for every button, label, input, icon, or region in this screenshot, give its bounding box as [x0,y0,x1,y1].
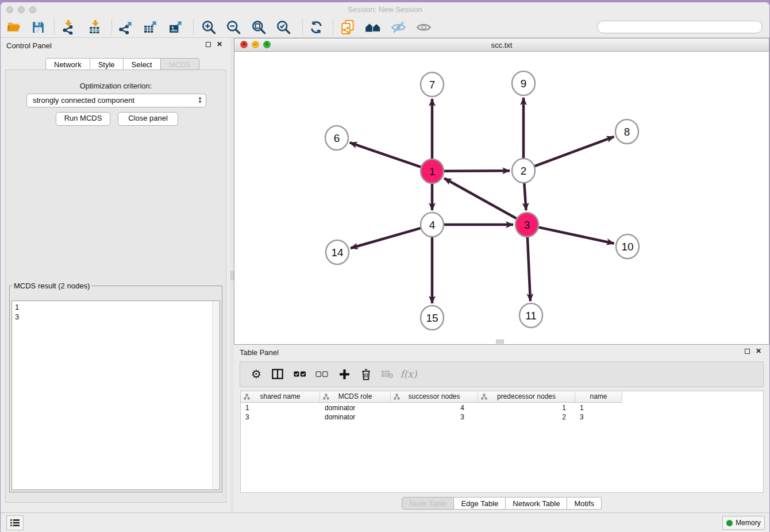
export-table-icon[interactable] [143,19,159,35]
tab-style[interactable]: Style [90,58,124,70]
float-table-panel-icon[interactable] [745,349,750,354]
tab-node-table[interactable]: Node Table [402,497,455,510]
graph-node-2[interactable]: 2 [512,159,535,183]
graph-edge-2-8[interactable] [535,137,614,166]
svg-text:11: 11 [525,310,537,322]
table-cell[interactable]: 2 [478,413,575,422]
graph-node-15[interactable]: 15 [421,306,444,330]
close-panel-button[interactable]: Close panel [118,112,178,126]
column-header-successor-nodes[interactable]: successor nodes [391,391,478,402]
table-cell[interactable]: 4 [391,403,478,413]
mcds-result-values: 1 3 [15,302,220,322]
graph-edge-1-2[interactable] [444,171,510,171]
toggle-panel-icon[interactable] [270,367,285,381]
table-cell[interactable]: dominator [320,413,391,422]
add-column-icon[interactable] [337,367,352,381]
deselect-all-columns-icon[interactable] [314,367,329,381]
graph-edge-4-14[interactable] [351,228,421,248]
criterion-select[interactable]: strongly connected component ▲▼ [26,94,206,107]
table-cell[interactable]: 1 [478,403,575,413]
table-cell[interactable]: 1 [241,403,320,413]
toolbar-separator [54,20,55,34]
svg-text:10: 10 [621,241,633,253]
first-neighbors-icon[interactable] [365,19,381,35]
table-row[interactable]: 1dominator411 [241,403,622,413]
main-toolbar [1,17,769,38]
tab-network-table[interactable]: Network Table [506,497,567,510]
float-panel-icon[interactable] [206,42,211,47]
graph-node-8[interactable]: 8 [615,119,638,144]
save-session-icon[interactable] [30,19,46,35]
tab-network[interactable]: Network [45,58,90,70]
search-input[interactable] [597,21,763,33]
graph-node-6[interactable]: 6 [325,126,348,150]
export-network-icon[interactable] [118,19,134,35]
column-header-shared-name[interactable]: shared name [241,391,320,402]
tab-motifs[interactable]: Motifs [567,497,602,510]
result-scrollbar[interactable] [212,301,220,489]
run-mcds-button[interactable]: Run MCDS [56,112,110,126]
node-table[interactable]: shared nameMCDS rolesuccessor nodesprede… [240,391,764,493]
tab-edge-table[interactable]: Edge Table [454,497,506,510]
network-window-titlebar[interactable]: ✕ − + scc.txt [234,38,769,52]
tab-select[interactable]: Select [124,58,161,70]
svg-text:4: 4 [429,219,436,231]
function-builder-icon: f(x) [401,367,416,381]
graph-edge-3-1[interactable] [444,178,517,218]
table-cell[interactable]: 3 [575,413,622,422]
zoom-selected-icon[interactable] [275,19,291,35]
mcds-result-group: MCDS result (2 nodes) 1 3 [9,282,222,492]
table-cell[interactable]: 1 [575,403,622,413]
graph-node-7[interactable]: 7 [421,72,444,97]
graph-edge-3-11[interactable] [528,237,530,301]
column-header-predecessor-nodes[interactable]: predecessor nodes [478,391,575,402]
memory-label: Memory [736,519,760,527]
table-cell[interactable]: dominator [320,403,391,413]
column-header-MCDS-role[interactable]: MCDS role [320,391,391,402]
control-panel-tabs: NetworkStyleSelectMCDS [45,58,199,70]
task-history-button[interactable] [6,515,24,530]
hide-selection-icon[interactable] [390,19,406,35]
delete-columns-icon[interactable] [359,367,374,381]
mcds-result-list[interactable]: 1 3 [11,300,220,490]
table-cell[interactable]: 3 [241,413,320,422]
select-all-columns-icon[interactable] [292,367,307,381]
import-table-icon[interactable] [87,19,103,35]
graph-node-9[interactable]: 9 [512,71,535,95]
graph-node-11[interactable]: 11 [519,303,542,327]
import-network-icon[interactable] [60,19,76,35]
close-panel-icon[interactable]: ✕ [217,40,222,48]
window-title: Session: New Session [1,5,769,14]
memory-button[interactable]: Memory [722,516,765,530]
table-settings-icon[interactable]: ⚙ [249,367,264,381]
graph-edge-3-10[interactable] [539,228,614,244]
network-from-selection-icon[interactable] [340,19,356,35]
graph-node-14[interactable]: 14 [326,240,349,264]
tab-mcds[interactable]: MCDS [161,58,199,70]
table-cell[interactable]: 3 [391,413,478,422]
zoom-fit-icon[interactable] [251,19,267,35]
export-image-icon[interactable] [168,19,184,35]
zoom-out-icon[interactable] [225,19,241,35]
open-session-icon[interactable] [6,19,22,35]
svg-text:8: 8 [624,126,630,138]
network-graph-canvas[interactable]: 7968124314101511 [234,51,769,345]
table-row[interactable]: 3dominator323 [241,413,622,422]
graph-node-4[interactable]: 4 [421,213,444,237]
table-toolbar: ⚙ f(x) [240,361,764,387]
horizontal-splitter-handle[interactable] [496,340,504,344]
svg-text:1: 1 [429,165,436,178]
mcds-result-title: MCDS result (2 nodes) [12,282,91,290]
column-header-name[interactable]: name [575,391,622,402]
table-header-row: shared nameMCDS rolesuccessor nodesprede… [241,391,622,403]
show-all-icon[interactable] [415,19,432,35]
network-view-window: ✕ − + scc.txt 7968124314101511 [234,38,769,345]
graph-node-10[interactable]: 10 [616,234,639,259]
close-table-panel-icon[interactable]: ✕ [756,347,761,355]
graph-node-1[interactable]: 1 [421,159,444,183]
zoom-in-icon[interactable] [201,19,217,35]
graph-edge-2-3[interactable] [524,183,526,210]
apply-layout-icon[interactable] [308,19,324,35]
graph-node-3[interactable]: 3 [515,213,538,237]
graph-edge-1-6[interactable] [350,142,421,167]
